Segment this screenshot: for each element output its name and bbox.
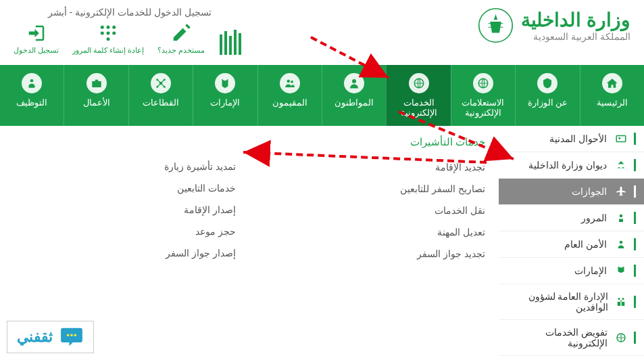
absher-title: تسجيل الدخول للخدمات الإلكترونية - أبشر [14,7,245,18]
svg-point-9 [101,32,104,35]
person-icon [348,77,360,89]
svg-point-6 [101,26,104,29]
service-transfer[interactable]: نقل الخدمات [263,200,485,221]
svg-point-15 [352,79,356,83]
emirates-icon [219,77,231,89]
svg-rect-23 [92,81,101,87]
ministry-subtitle: المملكة العربية السعودية [521,31,630,42]
login-icon [26,23,47,43]
keypad-icon [98,23,118,43]
svg-point-12 [107,37,110,41]
service-change-job[interactable]: تعديل المهنة [263,221,485,243]
svg-point-17 [291,81,293,83]
sidebar-passports[interactable]: الجوازات [499,179,644,205]
briefcase-icon [91,77,103,89]
svg-point-30 [622,298,624,300]
edit-icon [171,23,191,43]
service-travel-permit[interactable]: تصاريح السفر للتابعين [263,178,485,200]
ministry-logo: وزارة الداخلية المملكة العربية السعودية [477,7,630,44]
svg-rect-1 [220,35,222,55]
nav-home[interactable]: الرئيسية [580,65,644,126]
nav-eservices[interactable]: الخدمات الإلكترونية [386,65,450,126]
sidebar-security[interactable]: الأمن العام [499,231,644,258]
svg-point-8 [112,26,116,29]
svg-rect-25 [616,136,626,142]
new-user-link[interactable]: مستخدم جديد؟ [157,23,205,55]
speech-bubble-icon [59,327,84,347]
saudi-emblem-icon [477,7,514,44]
sidebar-delegate[interactable]: تفويض الخدمات الإلكترونية [499,320,644,356]
service-appointment[interactable]: حجز موعد [14,221,236,242]
nav-jobs[interactable]: التوظيف [0,65,64,126]
service-extend-visit[interactable]: تمديد تأشيرة زيارة [14,156,236,177]
svg-point-7 [107,26,110,29]
nav-citizens[interactable]: المواطنون [322,65,386,126]
sidebar-mail[interactable]: توصيل الوثائق بالبريد [499,356,644,360]
ministry-title: وزارة الداخلية [521,9,630,31]
traffic-icon [615,212,627,224]
visa-services-title: خدمات التأشيرات [263,136,485,148]
service-renew-iqama[interactable]: تجديد الإقامة [263,156,485,178]
svg-point-24 [30,79,34,83]
svg-point-37 [67,334,70,337]
svg-point-29 [618,298,620,300]
id-card-icon [615,133,627,145]
service-issue-iqama[interactable]: إصدار الإقامة [14,199,236,221]
people-icon [284,77,296,89]
services-column-1: خدمات التأشيرات تجديد الإقامة تصاريح الس… [263,136,485,360]
sidebar-emirates[interactable]: الإمارات [499,258,644,284]
svg-rect-4 [234,30,237,55]
service-issue-passport[interactable]: إصدار جواز السفر [14,242,236,264]
svg-point-31 [620,300,622,301]
watermark-logo: ثقفني [7,321,94,353]
network-icon [155,77,167,89]
nav-queries[interactable]: الاستعلامات الإلكترونية [451,65,515,126]
flag-icon [615,265,627,277]
svg-point-26 [618,137,620,139]
sidebar-ministry-office[interactable]: ديوان وزارة الداخلية [499,152,644,179]
home-icon [606,77,618,89]
sidebar-civil-affairs[interactable]: الأحوال المدنية [499,126,644,152]
shield-icon [541,77,553,89]
globe-search-icon [477,77,489,89]
login-link[interactable]: تسجيل الدخول [14,23,59,55]
sidebar-expatriates[interactable]: الإدارة العامة لشؤون الوافدين [499,284,644,320]
globe-icon [413,77,425,89]
svg-point-28 [620,241,623,244]
nav-residents[interactable]: المقيمون [257,65,322,126]
svg-rect-5 [239,33,241,55]
plane-icon [615,185,627,198]
absher-logo-icon [218,28,245,55]
svg-point-16 [287,80,290,83]
nav-sectors[interactable]: القطاعات [128,65,193,126]
nav-about[interactable]: عن الوزارة [515,65,579,126]
svg-point-10 [107,32,110,35]
family-icon [615,296,627,308]
svg-point-38 [70,334,73,337]
sidebar-traffic[interactable]: المرور [499,205,644,231]
svg-point-27 [620,215,623,218]
sidebar: الأحوال المدنية ديوان وزارة الداخلية الج… [499,126,644,360]
svg-point-11 [112,32,116,35]
ship-icon [615,159,627,171]
svg-rect-3 [229,36,232,55]
service-renew-passport[interactable]: تجديد جواز السفر [263,243,485,265]
svg-rect-2 [224,31,227,55]
jobs-icon [26,77,38,89]
nav-business[interactable]: الأعمال [64,65,128,126]
officer-icon [615,238,627,250]
svg-point-39 [74,334,77,337]
reset-password-link[interactable]: إعادة إنشاء كلمة المرور [72,23,144,55]
service-dependents[interactable]: خدمات التابعين [14,177,236,199]
globe-small-icon [615,332,627,344]
watermark-text: ثقفني [17,328,53,346]
nav-emirates[interactable]: الإمارات [193,65,257,126]
main-nav: الرئيسية عن الوزارة الاستعلامات الإلكترو… [0,65,644,126]
